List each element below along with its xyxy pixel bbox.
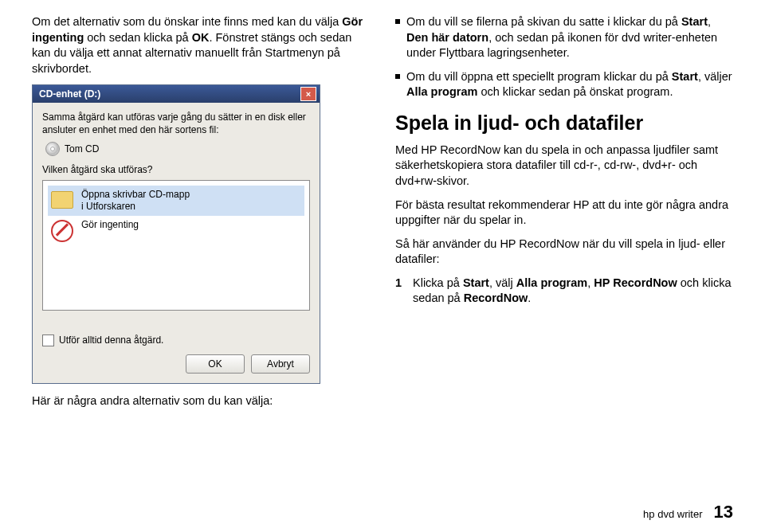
action-listbox[interactable]: Öppna skrivbar CD-mapp i Utforskaren Gör… bbox=[42, 180, 310, 311]
list-item-label: Öppna skrivbar CD-mapp i Utforskaren bbox=[81, 189, 190, 213]
step-1: 1 Klicka på Start, välj Alla program, HP… bbox=[395, 276, 733, 307]
list-item[interactable]: Öppna skrivbar CD-mapp i Utforskaren bbox=[48, 186, 304, 216]
close-icon[interactable]: × bbox=[300, 87, 316, 101]
checkbox-icon[interactable] bbox=[42, 334, 54, 346]
dialog-lead-text: Samma åtgärd kan utföras varje gång du s… bbox=[42, 111, 310, 136]
list-item[interactable]: Gör ingenting bbox=[48, 216, 304, 243]
section-heading: Spela in ljud- och datafiler bbox=[395, 111, 733, 135]
footer-brand: hp dvd writer bbox=[643, 508, 702, 520]
cancel-button[interactable]: Avbryt bbox=[251, 354, 310, 374]
bullet-text: Om du vill öppna ett speciellt program k… bbox=[406, 69, 733, 100]
dialog-title: CD-enhet (D:) bbox=[39, 88, 100, 100]
bold-ok: OK bbox=[192, 31, 210, 44]
bullet-text: Om du vill se filerna på skivan du satte… bbox=[406, 14, 733, 61]
left-paragraph-1: Om det alternativ som du önskar inte fin… bbox=[32, 14, 370, 76]
checkbox-label: Utför alltid denna åtgärd. bbox=[59, 334, 163, 346]
windows-dialog: CD-enhet (D:) × Samma åtgärd kan utföras… bbox=[32, 84, 320, 383]
page-footer: hp dvd writer 13 bbox=[643, 502, 733, 522]
cd-icon bbox=[45, 142, 60, 156]
always-do-checkbox-row[interactable]: Utför alltid denna åtgärd. bbox=[42, 334, 310, 346]
bullet-icon bbox=[395, 19, 400, 24]
bullet-icon bbox=[395, 74, 400, 79]
dialog-body: Samma åtgärd kan utföras varje gång du s… bbox=[33, 103, 320, 382]
ok-button[interactable]: OK bbox=[186, 354, 245, 374]
page-number: 13 bbox=[714, 502, 733, 522]
text: Om det alternativ som du önskar inte fin… bbox=[32, 15, 342, 28]
right-paragraph: Med HP RecordNow kan du spela in och anp… bbox=[395, 143, 733, 190]
dialog-prompt: Vilken åtgärd ska utföras? bbox=[42, 164, 310, 175]
folder-icon bbox=[51, 189, 75, 209]
bullet-item: Om du vill öppna ett speciellt program k… bbox=[395, 69, 733, 100]
cd-row: Tom CD bbox=[45, 142, 310, 156]
dialog-titlebar: CD-enhet (D:) × bbox=[33, 85, 320, 103]
dialog-button-row: OK Avbryt bbox=[42, 354, 310, 374]
right-paragraph: Så här använder du HP RecordNow när du v… bbox=[395, 237, 733, 268]
left-caption: Här är några andra alternativ som du kan… bbox=[32, 393, 370, 409]
step-number: 1 bbox=[395, 276, 406, 307]
text: och sedan klicka på bbox=[84, 31, 191, 44]
cd-label: Tom CD bbox=[65, 143, 99, 155]
bullet-item: Om du vill se filerna på skivan du satte… bbox=[395, 14, 733, 61]
list-item-label: Gör ingenting bbox=[81, 219, 139, 231]
step-text: Klicka på Start, välj Alla program, HP R… bbox=[413, 276, 733, 307]
no-action-icon bbox=[51, 219, 75, 240]
right-paragraph: För bästa resultat rekommenderar HP att … bbox=[395, 198, 733, 229]
